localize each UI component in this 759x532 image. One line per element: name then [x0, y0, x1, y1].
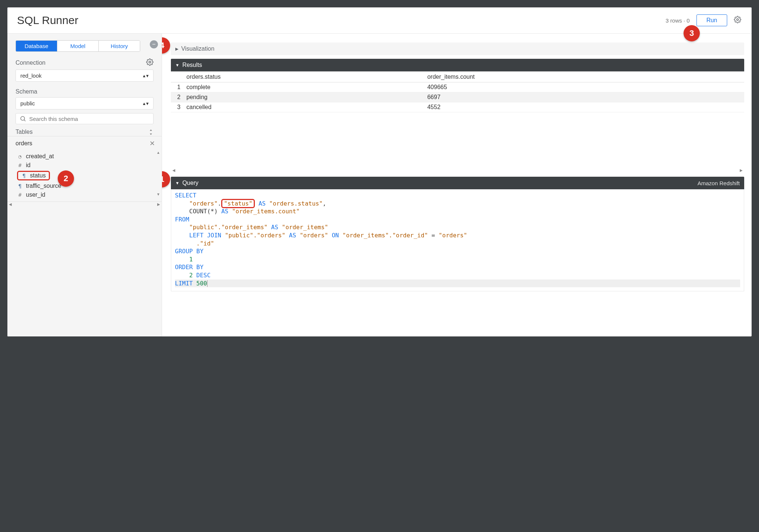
visualization-header[interactable]: ▶ Visualization [171, 43, 744, 55]
status-highlight-box: "status" [221, 199, 255, 208]
status-highlight-box: ¶ status [17, 171, 50, 180]
rows-summary: 3 rows · 0 [666, 17, 690, 24]
sidebar-horizontal-scroll[interactable]: ◀▶ [7, 201, 162, 207]
results-horizontal-scroll[interactable]: ◀▶ [171, 168, 744, 172]
hash-icon: # [17, 162, 23, 168]
scroll-up-icon[interactable]: ▲ [156, 150, 161, 155]
query-engine-label: Amazon Redshift [698, 180, 740, 186]
annotation-callout-2: 2 [58, 170, 74, 187]
connection-value: red_look [20, 72, 42, 79]
select-caret-icon: ▲▼ [142, 74, 149, 78]
svg-point-2 [21, 116, 25, 121]
svg-point-1 [149, 61, 151, 63]
annotation-callout-1: 1 [162, 171, 170, 187]
column-list: ◔ created_at # id ¶ status ¶ traffic_sou… [7, 150, 162, 201]
svg-line-3 [24, 120, 25, 121]
app-window: SQL Runner 3 rows · 0 Run − Database Mod… [7, 7, 752, 336]
chevron-right-icon: ▶ [175, 47, 178, 51]
column-item-traffic-source[interactable]: ¶ traffic_source [9, 182, 162, 190]
results-col-0[interactable]: orders.status [183, 72, 424, 82]
gear-icon[interactable] [734, 16, 741, 25]
schema-label: Schema [16, 88, 37, 95]
column-item-status[interactable]: ¶ status [9, 170, 162, 182]
connection-label: Connection [16, 60, 45, 66]
query-panel: ▼ Query Amazon Redshift SELECT "orders".… [171, 177, 744, 291]
column-item-user-id[interactable]: # user_id [9, 190, 162, 199]
collapse-sidebar-icon[interactable]: − [150, 40, 158, 48]
scroll-down-icon[interactable]: ▼ [156, 192, 161, 196]
search-icon [20, 115, 26, 122]
clock-icon: ◔ [17, 153, 23, 159]
expanded-table-name: orders [16, 140, 32, 147]
results-header[interactable]: ▼ Results [171, 59, 744, 71]
chevron-down-icon: ▼ [175, 63, 179, 67]
schema-value: public [20, 100, 35, 106]
hash-icon: # [17, 192, 23, 198]
visualization-panel: ▶ Visualization [171, 43, 744, 55]
schema-select[interactable]: public ▲▼ [16, 97, 154, 109]
search-input[interactable] [29, 116, 149, 122]
page-title: SQL Runner [17, 14, 78, 27]
annotation-callout-3: 3 [684, 25, 700, 41]
column-item-id[interactable]: # id [9, 161, 162, 170]
query-header[interactable]: ▼ Query Amazon Redshift [171, 177, 744, 189]
main-panel: ▶ Visualization ▼ Results orders.status [162, 34, 752, 336]
chevron-down-icon: ▼ [175, 181, 179, 185]
svg-point-0 [737, 19, 739, 21]
text-type-icon: ¶ [17, 183, 23, 189]
run-button[interactable]: Run [696, 14, 727, 26]
table-row: 2 pending 6697 [171, 92, 744, 102]
scroll-icon[interactable]: ▲▼ [149, 128, 154, 136]
tab-database[interactable]: Database [16, 41, 57, 51]
tab-history[interactable]: History [99, 41, 140, 51]
close-icon[interactable]: ✕ [149, 139, 155, 148]
connection-settings-icon[interactable] [146, 58, 154, 67]
sidebar-tabs: Database Model History [16, 40, 140, 52]
connection-select[interactable]: red_look ▲▼ [16, 70, 154, 82]
tables-label: Tables [16, 129, 33, 135]
results-panel: ▼ Results orders.status order_items.coun… [171, 59, 744, 172]
text-type-icon: ¶ [21, 173, 27, 179]
app-header: SQL Runner 3 rows · 0 Run [7, 7, 752, 34]
annotation-callout-4: 4 [162, 37, 170, 54]
results-table: orders.status order_items.count 1 comple… [171, 71, 744, 112]
sidebar: − Database Model History Connection [7, 34, 162, 336]
schema-search[interactable] [16, 113, 154, 124]
table-row: 1 complete 409665 [171, 82, 744, 92]
table-row: 3 cancelled 4552 [171, 102, 744, 112]
select-caret-icon: ▲▼ [142, 101, 149, 106]
column-item-created-at[interactable]: ◔ created_at [9, 152, 162, 161]
sql-editor[interactable]: SELECT "orders"."status" AS "orders.stat… [175, 192, 740, 287]
results-col-1[interactable]: order_items.count [424, 72, 744, 82]
tab-model[interactable]: Model [57, 41, 99, 51]
